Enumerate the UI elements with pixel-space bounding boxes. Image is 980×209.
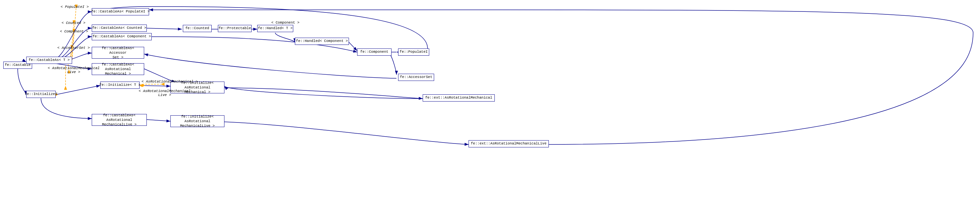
node-fe-ext-rotmech: fe::ext::AsRotationalMechanical <box>423 94 495 102</box>
svg-line-11 <box>349 42 357 51</box>
node-fe-protectable: fe::Protectable <box>218 25 251 32</box>
label-component: < Component > <box>60 29 88 34</box>
node-initialized: fe::Initialized <box>26 91 56 98</box>
node-initialize-rotmechlive: fe::Initialize< AsRotationalMechanicalLi… <box>170 115 224 127</box>
svg-line-7 <box>56 86 100 95</box>
svg-line-8 <box>147 28 182 29</box>
label-as-rotmech: < AsRotationalMechanicalLive > <box>46 66 102 74</box>
node-fe-component: fe::Component <box>357 48 391 56</box>
svg-line-15 <box>147 120 170 121</box>
node-fe-handled-component: fe::Handled< Component > <box>295 38 349 45</box>
node-fe-counted: fe::Counted <box>183 25 212 32</box>
node-fe-accessorset: fe::AccessorSet <box>398 74 434 81</box>
node-fe-ext-rotmechlive: fe::ext::AsRotationalMechanicalLive <box>469 140 549 147</box>
label-as-rotmechlive: < AsRotationalMechanicalLive > <box>136 89 193 97</box>
node-castable-as-component: fe::CastableAs< Component > <box>92 33 152 40</box>
node-castable-as-accessorset: fe::CastableAs< AccessorSet > <box>92 47 144 59</box>
diagram-container: fe::Castable fe::CastableAs< T > fe::Cas… <box>0 0 980 209</box>
diagram-svg <box>0 0 980 209</box>
label-component-right: < Component > <box>271 21 299 25</box>
label-counted: < Counted > <box>62 21 86 25</box>
node-fe-handled-t: fe::Handled< T > <box>257 25 293 32</box>
node-fe-castable-as-t: fe::CastableAs< T > <box>26 57 72 64</box>
node-initialize-t: fe::Initialize< T > <box>100 81 140 89</box>
node-castable-as-populatei: fe::CastableAs< PopulateI > <box>92 8 149 15</box>
label-accessorset: < AccessorSet > <box>57 46 90 50</box>
node-castable-as-counted: fe::CastableAs< Counted > <box>92 25 147 32</box>
label-as-rotmech2: < AsRotationalMechanical > <box>142 80 198 83</box>
node-castable-as-rotmechlive: fe::CastableAs< AsRotationalMechanicalLi… <box>92 114 147 126</box>
label-populatei: < PopulateI > <box>60 5 89 9</box>
node-fe-populatei: fe::PopulateI <box>398 48 429 56</box>
